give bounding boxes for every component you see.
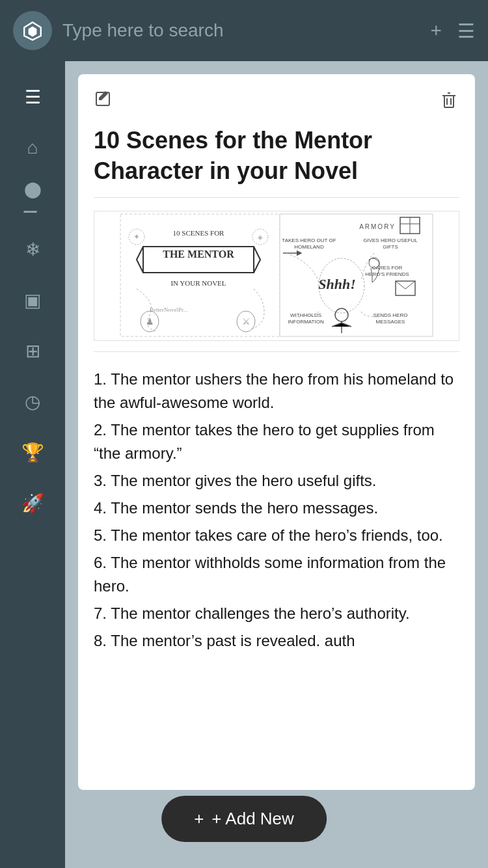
svg-text:HOMELAND: HOMELAND <box>294 244 324 250</box>
sidebar-item-rocket[interactable]: 🚀 <box>0 480 65 526</box>
content-item-2: 2. The mentor takes the hero to get supp… <box>94 418 459 465</box>
add-new-bar[interactable]: + + Add New <box>161 796 327 842</box>
svg-text:10 SCENES FOR: 10 SCENES FOR <box>173 229 225 237</box>
sidebar-item-home[interactable]: ⌂ <box>0 125 65 170</box>
snowflake-icon: ❄ <box>25 239 40 260</box>
svg-text:ARMORY: ARMORY <box>359 223 396 230</box>
svg-text:GIVES HERO USEFUL: GIVES HERO USEFUL <box>363 237 418 243</box>
app-logo[interactable] <box>13 11 52 50</box>
database-icon: ⬤▬▬ <box>24 180 42 217</box>
main-content: 10 Scenes for the Mentor Character in yo… <box>65 61 488 868</box>
svg-text:⚔: ⚔ <box>242 316 251 327</box>
sidebar: ☰ ⌂ ⬤▬▬ ❄ ▣ ⊞ ◷ 🏆 🚀 <box>0 61 65 868</box>
svg-text:INFORMATION: INFORMATION <box>288 319 324 325</box>
note-image-container: 10 SCENES FOR THE MENTOR IN YOUR NOVEL ✦… <box>94 211 459 352</box>
content-item-3: 3. The mentor gives the hero useful gift… <box>94 469 459 493</box>
svg-text:BetterNovelPr...: BetterNovelPr... <box>150 306 187 313</box>
svg-text:WITHHOLDS: WITHHOLDS <box>290 312 321 318</box>
content-item-6: 6. The mentor withholds some information… <box>94 551 459 598</box>
sidebar-item-menu[interactable]: ☰ <box>0 74 65 120</box>
sidebar-item-trophy[interactable]: 🏆 <box>0 429 65 475</box>
menu-icon: ☰ <box>25 87 41 108</box>
grid-icon: ⊞ <box>25 340 40 362</box>
sidebar-item-grid[interactable]: ⊞ <box>0 328 65 373</box>
svg-text:THE MENTOR: THE MENTOR <box>163 249 234 260</box>
sidebar-item-database[interactable]: ⬤▬▬ <box>0 176 65 221</box>
note-image: 10 SCENES FOR THE MENTOR IN YOUR NOVEL ✦… <box>94 211 459 341</box>
content-item-8: 8. The mentor’s past is revealed. auth​ <box>94 629 459 653</box>
menu-icon[interactable]: ☰ <box>457 20 475 42</box>
sidebar-item-snowflake[interactable]: ❄ <box>0 226 65 272</box>
home-icon: ⌂ <box>27 137 38 158</box>
svg-text:♟: ♟ <box>146 316 154 327</box>
svg-text:✦: ✦ <box>133 232 140 241</box>
delete-button[interactable] <box>439 90 459 115</box>
add-icon[interactable]: + <box>430 20 442 42</box>
add-new-label: + Add New <box>211 809 293 829</box>
content-item-1: 1. The mentor ushers the hero from his h… <box>94 368 459 414</box>
columns-icon: ▣ <box>24 290 41 311</box>
svg-text:SENDS HERO: SENDS HERO <box>373 312 408 318</box>
content-item-7: 7. Th​e mentor challenges the hero’s aut… <box>94 602 459 625</box>
svg-rect-3 <box>444 96 454 107</box>
edit-button[interactable] <box>94 90 115 115</box>
svg-text:IN YOUR NOVEL: IN YOUR NOVEL <box>170 279 226 287</box>
note-title: 10 Scenes for the Mentor Character in yo… <box>94 126 459 198</box>
svg-marker-1 <box>29 27 37 37</box>
trophy-icon: 🏆 <box>21 442 44 463</box>
note-card: 10 Scenes for the Mentor Character in yo… <box>78 74 475 790</box>
svg-text:MESSAGES: MESSAGES <box>376 319 405 325</box>
svg-text:Shhh!: Shhh! <box>318 276 356 292</box>
note-content: 1. The mentor ushers the hero from his h… <box>94 368 459 653</box>
sidebar-item-history[interactable]: ◷ <box>0 379 65 424</box>
svg-text:TAKES HERO OUT OF: TAKES HERO OUT OF <box>282 237 336 243</box>
search-input[interactable] <box>62 20 430 41</box>
add-new-icon: + <box>194 809 204 829</box>
content-item-4: 4. The mentor sends the hero messages. <box>94 496 459 520</box>
header-actions: + ☰ <box>430 20 475 42</box>
sidebar-item-columns[interactable]: ▣ <box>0 277 65 323</box>
content-item-5: 5. The mentor takes care of the hero’s f… <box>94 524 459 547</box>
note-card-actions <box>94 90 459 115</box>
svg-text:GIFTS: GIFTS <box>383 244 398 250</box>
rocket-icon: 🚀 <box>21 493 44 514</box>
history-icon: ◷ <box>25 391 40 413</box>
svg-text:◈: ◈ <box>258 234 263 241</box>
header: + ☰ <box>0 0 488 61</box>
